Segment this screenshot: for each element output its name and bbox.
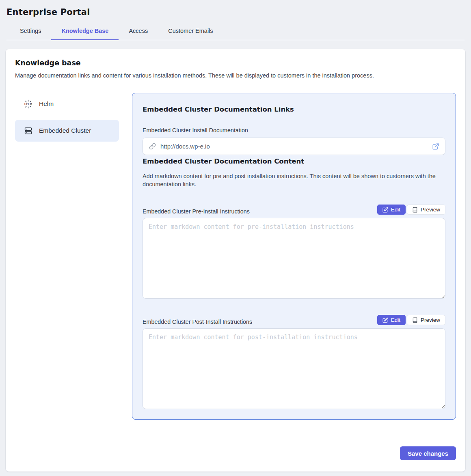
pre-install-preview-button[interactable]: Preview <box>407 205 445 215</box>
documentation-content-heading: Embedded Cluster Documentation Content <box>143 157 445 165</box>
tab-access[interactable]: Access <box>119 23 158 40</box>
tab-customer-emails[interactable]: Customer Emails <box>158 23 223 40</box>
knowledge-base-card: Knowledge base Manage documentation link… <box>6 49 465 472</box>
preview-button-label: Preview <box>421 317 440 323</box>
edit-pencil-icon <box>382 317 388 323</box>
post-install-preview-button[interactable]: Preview <box>407 315 445 325</box>
server-stack-icon <box>23 126 33 136</box>
tab-knowledge-base[interactable]: Knowledge Base <box>51 23 119 40</box>
book-icon <box>412 317 418 323</box>
card-heading: Knowledge base <box>15 59 456 67</box>
pre-install-label: Embedded Cluster Pre-Install Instruction… <box>143 208 250 215</box>
post-install-label: Embedded Cluster Post-Install Instructio… <box>143 319 252 325</box>
card-description: Manage documentation links and content f… <box>15 72 456 79</box>
edit-pencil-icon <box>382 207 388 213</box>
tab-bar: Settings Knowledge Base Access Customer … <box>10 23 465 40</box>
content-description: Add markdown content for pre and post in… <box>143 172 445 188</box>
tab-settings[interactable]: Settings <box>10 23 51 40</box>
install-doc-url-input[interactable] <box>160 143 428 150</box>
link-icon <box>149 143 156 150</box>
install-doc-input-wrap <box>143 138 445 155</box>
pre-install-textarea[interactable] <box>143 218 445 299</box>
pre-install-edit-button[interactable]: Edit <box>377 205 406 215</box>
sidebar-item-label: Helm <box>39 100 54 108</box>
page-title: Enterprise Portal <box>6 7 465 17</box>
sidebar-item-label: Embedded Cluster <box>39 127 91 134</box>
sidebar-item-helm[interactable]: HELM Helm <box>15 93 119 115</box>
pre-install-mode-toggle: Edit Preview <box>377 205 445 215</box>
page-header: Enterprise Portal Settings Knowledge Bas… <box>0 0 471 40</box>
install-method-sidebar: HELM Helm Embedded Cluster <box>15 93 119 146</box>
edit-button-label: Edit <box>391 207 400 213</box>
external-link-icon[interactable] <box>432 143 439 150</box>
helm-logo-icon: HELM <box>23 99 33 109</box>
save-changes-button[interactable]: Save changes <box>400 446 456 460</box>
documentation-links-heading: Embedded Cluster Documentation Links <box>143 106 445 113</box>
post-install-edit-button[interactable]: Edit <box>377 315 406 325</box>
post-install-textarea[interactable] <box>143 328 445 409</box>
preview-button-label: Preview <box>421 207 440 213</box>
install-doc-label: Embedded Cluster Install Documentation <box>143 127 445 134</box>
edit-button-label: Edit <box>391 317 400 323</box>
embedded-cluster-panel: Embedded Cluster Documentation Links Emb… <box>132 93 456 420</box>
post-install-mode-toggle: Edit Preview <box>377 315 445 325</box>
sidebar-item-embedded-cluster[interactable]: Embedded Cluster <box>15 120 119 142</box>
svg-text:HELM: HELM <box>24 102 32 105</box>
book-icon <box>412 207 418 213</box>
